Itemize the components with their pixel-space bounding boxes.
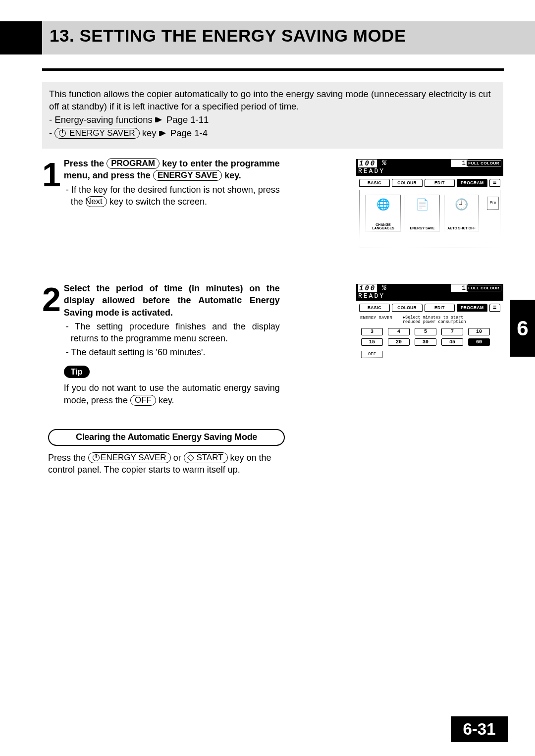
power-icon bbox=[93, 454, 100, 461]
ready-label: READY bbox=[358, 167, 385, 175]
minute-10[interactable]: 10 bbox=[468, 328, 490, 335]
tab-colour[interactable]: COLOUR bbox=[392, 304, 423, 312]
next-key: Next bbox=[86, 196, 107, 207]
zoom-value: 100 bbox=[358, 284, 377, 292]
intro-ref-1: - Energy-saving functions Page 1-11 bbox=[49, 114, 496, 126]
tab-colour[interactable]: COLOUR bbox=[392, 179, 423, 187]
energy-saver-heading: ENERGY SAVER ▶Select minutes to start re… bbox=[356, 314, 503, 325]
diamond-icon bbox=[187, 454, 194, 461]
divider bbox=[42, 68, 504, 71]
start-key: START bbox=[184, 452, 228, 463]
title-text: SETTING THE ENERGY SAVING MODE bbox=[79, 26, 406, 45]
step2-sub1: - The setting procedure finishes and the… bbox=[71, 321, 280, 345]
step-1: 1 Press the PROGRAM key to enter the pro… bbox=[42, 158, 280, 208]
page-number: 6-31 bbox=[451, 716, 508, 742]
step-number: 2 bbox=[42, 285, 61, 314]
tab-edit[interactable]: EDIT bbox=[425, 304, 455, 312]
tab-program[interactable]: PROGRAM bbox=[457, 304, 487, 312]
intro-box: This function allows the copier automati… bbox=[42, 82, 503, 149]
minute-5[interactable]: 5 bbox=[415, 328, 436, 335]
clearing-text: Press the ENERGY SAVER or START key on t… bbox=[48, 452, 285, 476]
power-icon bbox=[59, 130, 66, 137]
change-languages-button[interactable]: 🌐 CHANGE LANGUAGES bbox=[366, 195, 401, 231]
percent-icon: % bbox=[382, 284, 386, 292]
off-button[interactable]: OFF bbox=[361, 351, 383, 358]
tab-basic[interactable]: BASIC bbox=[359, 179, 390, 187]
program-area: 🌐 CHANGE LANGUAGES 📄 ENERGY SAVE 🕘 AUTO … bbox=[359, 190, 500, 248]
minute-7[interactable]: 7 bbox=[441, 328, 463, 335]
lcd-statusbar: 100 % 1 FULL COLOUR READY bbox=[356, 284, 503, 301]
tab-basic[interactable]: BASIC bbox=[359, 304, 390, 312]
intro-text: This function allows the copier automati… bbox=[49, 88, 496, 113]
minute-60[interactable]: 60 bbox=[468, 338, 490, 346]
arrow-icon bbox=[161, 131, 166, 136]
tab-extra[interactable]: ☰ bbox=[489, 304, 500, 312]
lcd-statusbar: 100 % 1 FULL COLOUR READY bbox=[356, 159, 503, 176]
lcd-program-menu: 100 % 1 FULL COLOUR READY BASIC COLOUR E… bbox=[356, 159, 503, 249]
energy-icon: 📄 bbox=[414, 196, 431, 213]
page-title: 13. SETTING THE ENERGY SAVING MODE bbox=[50, 26, 406, 46]
header-accent bbox=[0, 21, 42, 54]
minute-3[interactable]: 3 bbox=[361, 328, 383, 335]
arrow-icon bbox=[157, 117, 162, 122]
program-key: PROGRAM bbox=[107, 158, 160, 169]
lcd-tabs: BASIC COLOUR EDIT PROGRAM ☰ bbox=[356, 176, 503, 189]
tip-text: If you do not want to use the automatic … bbox=[64, 382, 280, 406]
clock-icon: 🕘 bbox=[453, 196, 470, 213]
program-buttons: 🌐 CHANGE LANGUAGES 📄 ENERGY SAVE 🕘 AUTO … bbox=[363, 190, 497, 234]
step-body: Press the PROGRAM key to enter the progr… bbox=[64, 158, 280, 208]
energy-saver-key: ENERGY SAVER bbox=[88, 452, 171, 463]
energy-save-button[interactable]: 📄 ENERGY SAVE bbox=[405, 195, 440, 231]
minute-4[interactable]: 4 bbox=[388, 328, 410, 335]
percent-icon: % bbox=[382, 159, 386, 167]
tip-badge: Tip bbox=[64, 366, 90, 378]
minute-15[interactable]: 15 bbox=[361, 338, 383, 346]
energy-saver-key: ENERGY SAVER bbox=[54, 128, 139, 139]
minute-30[interactable]: 30 bbox=[415, 338, 436, 346]
step-body: Select the period of time (in minutes) o… bbox=[64, 282, 280, 406]
zoom-value: 100 bbox=[358, 160, 377, 167]
minute-20[interactable]: 20 bbox=[388, 338, 410, 346]
minute-45[interactable]: 45 bbox=[441, 338, 463, 346]
tab-program[interactable]: PROGRAM bbox=[457, 179, 487, 187]
ready-label: READY bbox=[358, 292, 385, 300]
full-colour-badge: FULL COLOUR bbox=[466, 285, 501, 291]
auto-shut-off-button[interactable]: 🕘 AUTO SHUT OFF bbox=[444, 195, 479, 231]
step2-sub2: - The default setting is '60 minutes'. bbox=[71, 346, 280, 358]
minute-grid: 3 4 5 7 10 15 20 30 45 60 bbox=[356, 325, 503, 349]
step-number: 1 bbox=[42, 161, 61, 189]
step-2: 2 Select the period of time (in minutes)… bbox=[42, 282, 280, 406]
copies-value: 1 bbox=[451, 160, 468, 167]
tab-extra[interactable]: ☰ bbox=[489, 179, 500, 187]
energy-save-key: ENERGY SAVE bbox=[153, 170, 222, 181]
tab-edit[interactable]: EDIT bbox=[425, 179, 455, 187]
globe-icon: 🌐 bbox=[375, 196, 392, 213]
section-number: 13. bbox=[50, 26, 74, 45]
copies-value: 1 bbox=[451, 284, 468, 292]
full-colour-badge: FULL COLOUR bbox=[466, 160, 501, 166]
lcd-energy-saver: 100 % 1 FULL COLOUR READY BASIC COLOUR E… bbox=[356, 284, 503, 390]
step1-sub: - If the key for the desired function is… bbox=[71, 184, 280, 208]
chapter-tab: 6 bbox=[510, 300, 535, 357]
clearing-heading: Clearing the Automatic Energy Saving Mod… bbox=[48, 429, 285, 446]
intro-ref-2: - ENERGY SAVER key Page 1-4 bbox=[49, 127, 496, 140]
lcd-tabs: BASIC COLOUR EDIT PROGRAM ☰ bbox=[356, 301, 503, 314]
minute-row-2: 15 20 30 45 60 bbox=[361, 338, 498, 346]
pre-button[interactable]: Pre bbox=[487, 197, 499, 210]
minute-row-1: 3 4 5 7 10 bbox=[361, 328, 498, 335]
off-key: OFF bbox=[130, 395, 156, 406]
